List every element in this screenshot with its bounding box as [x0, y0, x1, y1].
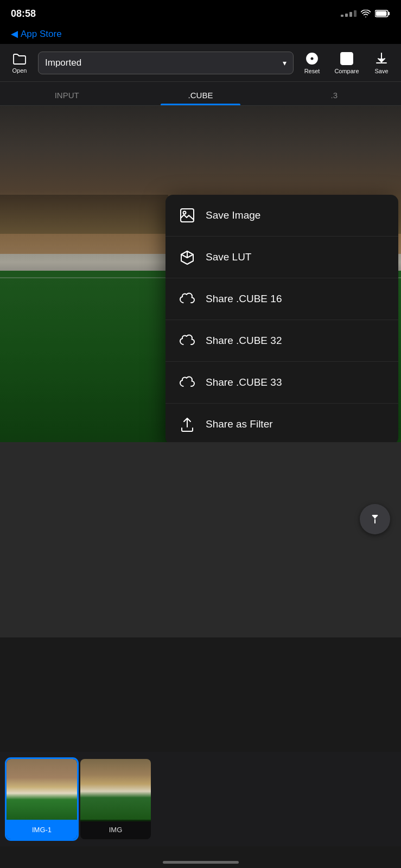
- tab-cube[interactable]: .CUBE: [133, 85, 267, 105]
- status-bar: 08:58: [0, 0, 401, 27]
- chevron-down-icon: ▾: [283, 59, 287, 67]
- thumb-img2-label: IMG: [80, 820, 151, 839]
- share-filter-label: Share as Filter: [206, 418, 273, 430]
- save-lut-label: Save LUT: [206, 251, 251, 263]
- tab-input[interactable]: INPUT: [0, 85, 133, 105]
- imported-label: Imported: [45, 58, 81, 68]
- back-label[interactable]: App Store: [21, 29, 62, 40]
- battery-icon: [375, 10, 390, 17]
- tab-bar: INPUT .CUBE .3: [0, 82, 401, 106]
- save-button[interactable]: Save: [368, 52, 394, 74]
- tab-3dlut[interactable]: .3: [268, 85, 401, 105]
- toolbar: Open Imported ▾ Reset Compare: [0, 44, 401, 82]
- share-cube-16-label: Share .CUBE 16: [206, 293, 282, 305]
- main-image: Save Image Save LUT Share .CUBE 16: [0, 106, 401, 442]
- menu-item-share-cube-33[interactable]: Share .CUBE 33: [166, 362, 398, 404]
- status-icons: [341, 10, 390, 17]
- cube-icon: [179, 248, 196, 266]
- thumb-img1-image: [7, 759, 77, 821]
- back-nav[interactable]: ◀ App Store: [0, 27, 401, 44]
- toolbar-right: Reset Compare Save: [299, 52, 394, 74]
- save-image-label: Save Image: [206, 209, 260, 221]
- menu-item-share-cube-32[interactable]: Share .CUBE 32: [166, 320, 398, 362]
- image-icon: [179, 207, 196, 224]
- wifi-icon: [361, 10, 371, 17]
- thumbnail-strip: IMG-1 IMG: [0, 752, 401, 846]
- menu-item-save-image[interactable]: Save Image: [166, 195, 398, 237]
- thumb-img2-image: [80, 759, 151, 821]
- thumbnail-img2[interactable]: IMG: [80, 759, 151, 839]
- back-arrow-icon: ◀: [11, 28, 18, 40]
- svg-rect-1: [389, 12, 390, 15]
- menu-dim-overlay[interactable]: [0, 195, 168, 442]
- menu-item-share-filter[interactable]: Share as Filter: [166, 404, 398, 442]
- share-cube-33-label: Share .CUBE 33: [206, 376, 282, 388]
- status-time: 08:58: [11, 8, 36, 20]
- dropdown-menu: Save Image Save LUT Share .CUBE 16: [166, 195, 398, 442]
- compare-button[interactable]: Compare: [334, 52, 360, 74]
- reset-button[interactable]: Reset: [299, 52, 325, 74]
- lower-area: [0, 442, 401, 637]
- svg-point-8: [183, 212, 186, 214]
- svg-rect-6: [341, 53, 353, 65]
- svg-rect-9: [374, 519, 375, 524]
- share-cube-32-label: Share .CUBE 32: [206, 335, 282, 347]
- thumbnail-img1[interactable]: IMG-1: [7, 759, 77, 839]
- save-label: Save: [374, 68, 388, 74]
- home-indicator: [163, 861, 239, 864]
- compare-label: Compare: [334, 68, 359, 74]
- fab-button[interactable]: [360, 504, 390, 534]
- thumb-img1-label: IMG-1: [7, 820, 77, 839]
- svg-rect-2: [376, 11, 387, 16]
- share-filter-icon: [179, 416, 196, 433]
- cloud-upload-33-icon: [179, 374, 196, 391]
- open-label: Open: [12, 67, 27, 74]
- open-button[interactable]: Open: [7, 52, 33, 74]
- svg-point-5: [311, 57, 314, 60]
- cloud-upload-32-icon: [179, 332, 196, 349]
- menu-item-share-cube-16[interactable]: Share .CUBE 16: [166, 278, 398, 320]
- cloud-upload-16-icon: [179, 290, 196, 308]
- reset-label: Reset: [304, 68, 320, 74]
- menu-item-save-lut[interactable]: Save LUT: [166, 237, 398, 278]
- imported-dropdown[interactable]: Imported ▾: [38, 52, 294, 74]
- signal-icon: [341, 10, 357, 17]
